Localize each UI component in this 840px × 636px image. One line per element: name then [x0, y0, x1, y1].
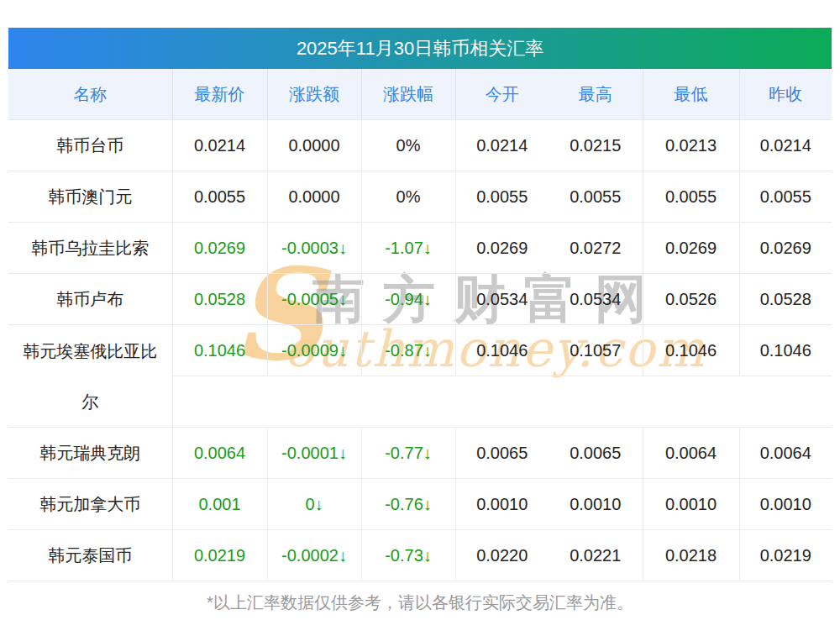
cell-name: 韩元泰国币: [8, 530, 172, 581]
cell-name: 韩币台币: [8, 120, 172, 171]
cell-prev: 0.0528: [739, 274, 832, 325]
header-row: 名称最新价涨跌额涨跌幅今开最高最低昨收: [8, 69, 832, 120]
cell-low: 0.1046: [643, 325, 739, 376]
cell-prev: 0.0269: [739, 223, 832, 274]
cell-pct: -0.73↓: [361, 530, 455, 581]
cell-open: 0.1046: [455, 325, 549, 376]
cell-prev: 0.0214: [739, 120, 832, 171]
cell-change: -0.0002↓: [267, 530, 361, 581]
exchange-rate-table: 名称最新价涨跌额涨跌幅今开最高最低昨收 韩币台币0.02140.00000%0.…: [8, 69, 832, 581]
cell-latest: 0.001: [172, 479, 267, 530]
cell-change: -0.0009↓: [267, 325, 361, 376]
table-row: 韩币卢布0.0528-0.0005↓-0.94↓0.05340.05340.05…: [8, 274, 832, 325]
cell-open: 0.0534: [455, 274, 549, 325]
cell-high: 0.0010: [549, 479, 643, 530]
cell-latest: 0.0219: [172, 530, 267, 581]
cell-change: -0.0005↓: [267, 274, 361, 325]
column-header-pct: 涨跌幅: [361, 69, 455, 120]
cell-low: 0.0269: [643, 223, 739, 274]
table-title: 2025年11月30日韩币相关汇率: [8, 28, 832, 69]
table-row: 韩元加拿大币0.0010↓-0.76↓0.00100.00100.00100.0…: [8, 479, 832, 530]
column-header-name: 名称: [8, 69, 172, 120]
cell-high: 0.0055: [549, 171, 643, 223]
cell-open: 0.0269: [455, 223, 549, 274]
cell-change: -0.0001↓: [267, 428, 361, 479]
cell-low: 0.0010: [643, 479, 739, 530]
column-header-high: 最高: [549, 69, 643, 120]
table-row: 韩元泰国币0.0219-0.0002↓-0.73↓0.02200.02210.0…: [8, 530, 832, 581]
cell-latest: 0.0064: [172, 428, 267, 479]
column-header-prev: 昨收: [739, 69, 832, 120]
table-row: 韩币台币0.02140.00000%0.02140.02150.02130.02…: [8, 120, 832, 171]
cell-open: 0.0010: [455, 479, 549, 530]
cell-high: 0.0272: [549, 223, 643, 274]
cell-low: 0.0526: [643, 274, 739, 325]
cell-pct: -0.76↓: [361, 479, 455, 530]
cell-low: 0.0064: [643, 428, 739, 479]
cell-change: 0↓: [267, 479, 361, 530]
cell-latest: 0.0055: [172, 171, 267, 223]
cell-name: 韩币卢布: [8, 274, 172, 325]
disclaimer-text: *以上汇率数据仅供参考，请以各银行实际交易汇率为准。: [8, 591, 832, 614]
cell-pct: -1.07↓: [361, 223, 455, 274]
cell-latest: 0.0528: [172, 274, 267, 325]
cell-high: 0.1057: [549, 325, 643, 376]
column-header-change: 涨跌额: [267, 69, 361, 120]
cell-latest: 0.0214: [172, 120, 267, 171]
cell-prev: 0.1046: [739, 325, 832, 376]
cell-name: 韩币乌拉圭比索: [8, 223, 172, 274]
cell-open: 0.0055: [455, 171, 549, 223]
cell-open: 0.0065: [455, 428, 549, 479]
table-row: 韩元埃塞俄比亚比尔0.1046-0.0009↓-0.87↓0.10460.105…: [8, 325, 832, 376]
cell-pct: 0%: [361, 120, 455, 171]
cell-prev: 0.0219: [739, 530, 832, 581]
table-row: 韩币澳门元0.00550.00000%0.00550.00550.00550.0…: [8, 171, 832, 223]
cell-latest: 0.0269: [172, 223, 267, 274]
cell-change: -0.0003↓: [267, 223, 361, 274]
column-header-low: 最低: [643, 69, 739, 120]
cell-pct: -0.87↓: [361, 325, 455, 376]
cell-latest: 0.1046: [172, 325, 267, 376]
table-body: 韩币台币0.02140.00000%0.02140.02150.02130.02…: [8, 120, 832, 581]
cell-change: 0.0000: [267, 171, 361, 223]
cell-prev: 0.0055: [739, 171, 832, 223]
cell-open: 0.0220: [455, 530, 549, 581]
cell-low: 0.0218: [643, 530, 739, 581]
cell-name: 韩元加拿大币: [8, 479, 172, 530]
cell-open: 0.0214: [455, 120, 549, 171]
cell-high: 0.0534: [549, 274, 643, 325]
cell-high: 0.0065: [549, 428, 643, 479]
cell-pct: -0.94↓: [361, 274, 455, 325]
cell-high: 0.0215: [549, 120, 643, 171]
column-header-open: 今开: [455, 69, 549, 120]
cell-name: 韩币澳门元: [8, 171, 172, 223]
cell-name: 韩元埃塞俄比亚比尔: [8, 325, 172, 428]
column-header-latest: 最新价: [172, 69, 267, 120]
cell-pct: -0.77↓: [361, 428, 455, 479]
table-row: 韩币乌拉圭比索0.0269-0.0003↓-1.07↓0.02690.02720…: [8, 223, 832, 274]
cell-low: 0.0055: [643, 171, 739, 223]
spacer-cell: [172, 376, 832, 428]
rate-table-container: S outhmoney.com 南方财富网 2025年11月30日韩币相关汇率 …: [8, 28, 832, 614]
cell-pct: 0%: [361, 171, 455, 223]
cell-low: 0.0213: [643, 120, 739, 171]
cell-change: 0.0000: [267, 120, 361, 171]
cell-prev: 0.0010: [739, 479, 832, 530]
table-row: 韩元瑞典克朗0.0064-0.0001↓-0.77↓0.00650.00650.…: [8, 428, 832, 479]
cell-high: 0.0221: [549, 530, 643, 581]
cell-name: 韩元瑞典克朗: [8, 428, 172, 479]
cell-prev: 0.0064: [739, 428, 832, 479]
